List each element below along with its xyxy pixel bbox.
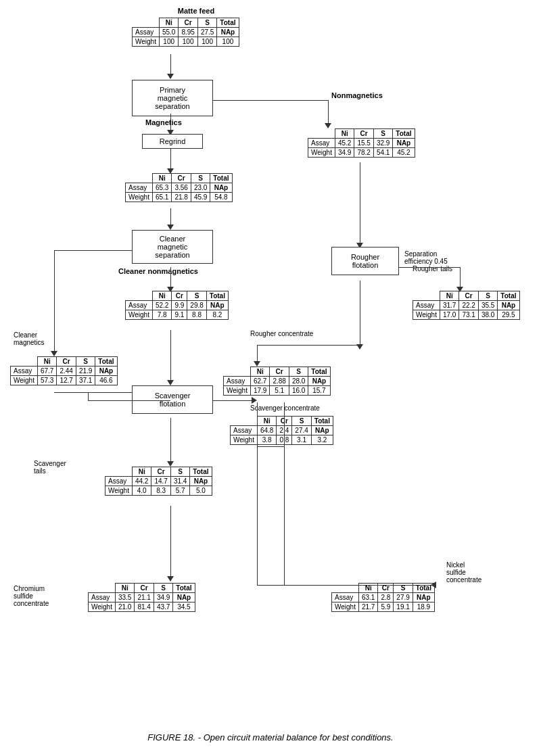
matte-feed-table: Ni Cr S Total Assay 55.0 8.95 27.5 NAp W…	[132, 18, 239, 47]
rougher-conc-table: Ni Cr S Total Assay 62.7 2.88 28.0 NAp W…	[223, 367, 331, 396]
vline-to-scav-float	[170, 330, 171, 381]
hline-cleaner-mag-to-scav	[54, 392, 142, 393]
figure-caption: FIGURE 18. - Open circuit material balan…	[34, 732, 507, 742]
vline-cleaner-mag-left	[54, 250, 55, 352]
sep-efficiency-label: Separation efficiency 0.45	[404, 250, 465, 265]
hline-to-rougher-conc	[257, 345, 360, 346]
nickel-sulfide-label: Nickelsulfideconcentrate	[446, 561, 481, 584]
arrowhead-rougher-conc	[356, 343, 363, 351]
regrind-table: Ni Cr S Total Assay 65.3 3.56 23.0 NAp W…	[125, 173, 233, 202]
regrind-box: Regrind	[142, 134, 203, 149]
rougher-tails-table: Ni Cr S Total Assay 31.7 22.2 35.5 NAp W…	[413, 291, 520, 320]
scav-conc-label: Scavenger concentrate	[250, 404, 320, 412]
cleaner-mag-box: Cleaner magnetic separation	[132, 230, 213, 264]
chromium-sulfide-table: Ni Cr S Total Assay 33.5 21.1 34.9 NAp W…	[88, 583, 195, 612]
rougher-flotation-box: Rougher flotation	[331, 247, 399, 275]
primary-magnetic-box: Primary magnetic separation	[132, 80, 213, 116]
vline-rougher-to-conc	[360, 281, 360, 345]
scav-tails-table: Ni Cr S Total Assay 44.2 14.7 31.4 NAp W…	[105, 467, 212, 496]
hline-rougher-to-tails	[399, 267, 460, 268]
arrowhead-scav-conc	[252, 397, 257, 405]
vline-rougher-tails	[460, 267, 461, 287]
scavenger-flotation-box: Scavenger flotation	[132, 385, 213, 414]
vline-cleaner-to-nonmag	[170, 267, 171, 287]
hline-primary-to-nonmag	[213, 100, 328, 101]
cleaner-nonmag-table: Ni Cr S Total Assay 52.2 9.9 29.8 NAp We…	[125, 291, 229, 320]
rougher-tails-label: Rougher tails	[413, 265, 452, 273]
arrowhead-chromium	[167, 575, 174, 583]
vline-scav-conc-up	[284, 402, 285, 446]
arrow-matte-to-primary	[170, 54, 171, 74]
vline-nonmag-to-rougher	[360, 162, 360, 243]
page: Matte feed Ni Cr S Total Assay 55.0 8.95…	[0, 0, 541, 756]
cleaner-nonmag-label: Cleaner nonmagnetics	[118, 267, 198, 275]
rougher-conc-label: Rougher concentrate	[250, 330, 313, 337]
nonmagnetics-table: Ni Cr S Total Assay 45.2 15.5 32.9 NAp W…	[308, 128, 415, 158]
hline-cleaner-mag-join	[88, 400, 170, 401]
cleaner-mag-table: Ni Cr S Total Assay 67.7 2.44 21.9 NAp W…	[10, 356, 118, 385]
chromium-sulfide-label: Chromiumsulfideconcentrate	[14, 585, 49, 607]
cleaner-mag-side-label: Cleanermagnetics	[14, 331, 45, 346]
vline-to-nonmag	[328, 100, 329, 124]
hline-scav-conc-merge	[257, 446, 284, 447]
hline-cleaner-mag-left	[54, 250, 132, 251]
scav-conc-table: Ni Cr S Total Assay 64.8 2.4 27.4 NAp We…	[230, 416, 333, 445]
hline-scav-to-conc	[213, 400, 254, 401]
scav-tails-side-label: Scavengertails	[34, 460, 66, 475]
vline-rougher-conc-down	[257, 402, 258, 585]
vline-regrind-to-table	[170, 149, 171, 169]
nonmagnetics-label: Nonmagnetics	[331, 91, 383, 99]
matte-feed-label: Matte feed	[156, 7, 237, 15]
vline-scav-conc-down	[284, 446, 285, 585]
vline-scav-to-tails	[170, 418, 171, 462]
nickel-sulfide-table: Ni Cr S Total Assay 63.1 2.8 27.9 NAp We…	[331, 583, 435, 612]
vline-to-chromium	[170, 506, 171, 577]
vline-cleaner-mag-join	[88, 392, 89, 400]
magnetics-label: Magnetics	[145, 118, 182, 126]
